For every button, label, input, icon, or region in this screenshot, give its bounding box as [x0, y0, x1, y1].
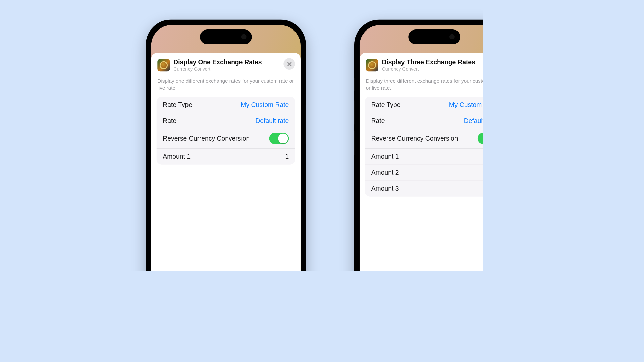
row-label: Amount 3	[371, 185, 399, 192]
config-sheet: Display One Exchange Rates Currency Conv…	[151, 53, 301, 272]
row-label: Amount 2	[371, 169, 399, 176]
sheet-subtitle: Currency Convert	[173, 67, 262, 72]
phone-left: Display One Exchange Rates Currency Conv…	[146, 20, 306, 272]
row-amount-2[interactable]: Amount 2 1.5	[365, 164, 483, 180]
row-value-link[interactable]: My Custom Rate	[449, 101, 483, 108]
titles: Display One Exchange Rates Currency Conv…	[173, 59, 262, 72]
sheet-description: Display three different exchange rates f…	[366, 78, 483, 92]
row-amount-3[interactable]: Amount 3 3	[365, 180, 483, 196]
row-rate[interactable]: Rate Default rate	[157, 112, 295, 128]
row-value: 1	[285, 153, 289, 160]
row-value-link[interactable]: My Custom Rate	[240, 101, 289, 108]
row-label: Amount 1	[163, 153, 191, 160]
toggle-reverse-conversion[interactable]	[269, 133, 289, 144]
toggle-knob	[278, 134, 288, 143]
toggle-reverse-conversion[interactable]	[478, 133, 483, 144]
row-label: Rate	[163, 117, 176, 124]
app-icon	[157, 59, 170, 71]
phone-side-button	[354, 78, 355, 91]
app-icon	[366, 59, 378, 71]
row-label: Rate Type	[163, 101, 192, 108]
sheet-description: Display one different exchange rates for…	[157, 78, 294, 92]
sheet-header: Display Three Exchange Rates Currency Co…	[365, 58, 483, 72]
close-button[interactable]	[283, 58, 295, 70]
row-rate-type[interactable]: Rate Type My Custom Rate	[365, 96, 483, 112]
row-label: Reverse Currency Conversion	[163, 135, 250, 142]
phone-side-button	[354, 130, 355, 155]
sheet-header: Display One Exchange Rates Currency Conv…	[157, 58, 295, 72]
phone-side-button	[306, 105, 306, 145]
phone-side-button	[146, 100, 146, 125]
row-reverse-conversion: Reverse Currency Conversion	[365, 128, 483, 148]
phone-bezel: Display One Exchange Rates Currency Conv…	[150, 24, 302, 272]
sheet-title: Display Three Exchange Rates	[382, 59, 475, 66]
phone-screen: Display One Exchange Rates Currency Conv…	[151, 25, 301, 272]
row-label: Amount 1	[371, 153, 399, 160]
close-icon	[287, 61, 292, 66]
row-amount-1[interactable]: Amount 1 1	[157, 148, 295, 164]
phone-screen: Display Three Exchange Rates Currency Co…	[360, 25, 483, 272]
row-rate-type[interactable]: Rate Type My Custom Rate	[157, 96, 295, 112]
titles: Display Three Exchange Rates Currency Co…	[382, 59, 475, 72]
row-rate[interactable]: Rate Default rate	[365, 112, 483, 128]
row-label: Rate	[371, 117, 385, 124]
row-amount-1[interactable]: Amount 1 1	[365, 148, 483, 164]
sheet-title: Display One Exchange Rates	[173, 59, 262, 66]
dynamic-island	[408, 29, 460, 44]
settings-card: Rate Type My Custom Rate Rate Default ra…	[157, 96, 295, 164]
phone-bezel: Display Three Exchange Rates Currency Co…	[359, 24, 483, 272]
settings-card: Rate Type My Custom Rate Rate Default ra…	[365, 96, 483, 196]
config-sheet: Display Three Exchange Rates Currency Co…	[360, 53, 483, 272]
row-reverse-conversion: Reverse Currency Conversion	[157, 128, 295, 148]
row-value-link[interactable]: Default rate	[464, 117, 483, 124]
phone-side-button	[146, 130, 146, 155]
stage: Display One Exchange Rates Currency Conv…	[0, 0, 483, 272]
phone-side-button	[146, 78, 146, 91]
row-label: Reverse Currency Conversion	[371, 135, 458, 142]
row-label: Rate Type	[371, 101, 401, 108]
phone-side-button	[354, 100, 355, 125]
sheet-subtitle: Currency Convert	[382, 67, 475, 72]
phone-right: Display Three Exchange Rates Currency Co…	[354, 20, 483, 272]
row-value-link[interactable]: Default rate	[255, 117, 289, 124]
dynamic-island	[200, 29, 252, 44]
